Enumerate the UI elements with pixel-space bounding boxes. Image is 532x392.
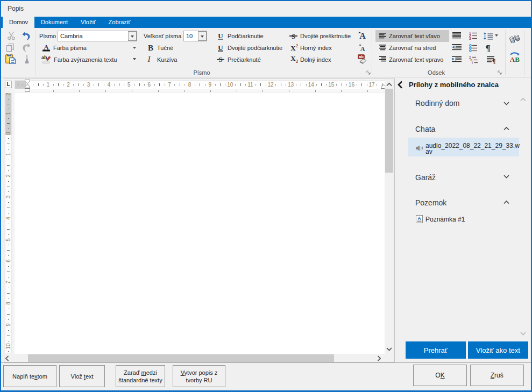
svg-text:2: 2 <box>296 59 298 63</box>
svg-text:X: X <box>290 55 296 62</box>
svg-text:B: B <box>148 44 153 52</box>
svg-text:3: 3 <box>469 37 471 40</box>
svg-text:2: 2 <box>296 44 298 48</box>
svg-text:¶: ¶ <box>492 58 495 64</box>
svg-text:¶: ¶ <box>485 44 490 52</box>
svg-text:U: U <box>218 44 223 52</box>
svg-text:i: i <box>472 61 473 64</box>
svg-text:ab: ab <box>359 54 364 59</box>
svg-text:X: X <box>290 44 296 52</box>
svg-text:A: A <box>417 216 421 221</box>
svg-text:U: U <box>218 32 223 40</box>
svg-text:A: A <box>44 44 49 51</box>
svg-text:I: I <box>147 55 151 63</box>
svg-text:A: A <box>360 45 365 52</box>
svg-text:B: B <box>515 55 520 62</box>
svg-text:ab: ab <box>41 55 47 60</box>
svg-text:S: S <box>292 32 295 40</box>
